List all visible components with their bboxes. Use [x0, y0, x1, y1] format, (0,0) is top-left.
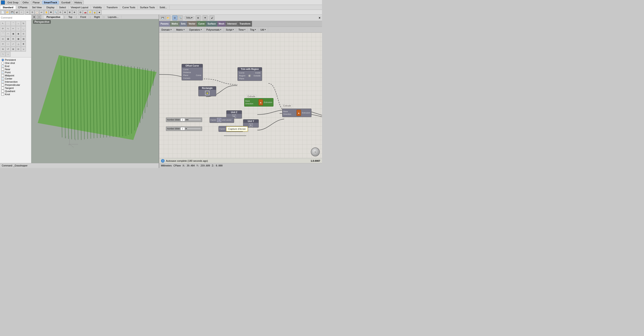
snap-point[interactable]: Point: [1, 71, 30, 74]
gh-paint-btn[interactable]: 🖌: [210, 15, 214, 20]
vp-tab-front[interactable]: Front: [78, 15, 89, 18]
snap-perpendicular[interactable]: Perpendicular: [1, 83, 30, 86]
gh-slider-1[interactable]: Number Slider 2: [166, 117, 202, 122]
tool-mesh3[interactable]: ▩: [16, 36, 21, 41]
tb-pan[interactable]: ✋: [44, 10, 48, 14]
tab-set-view[interactable]: Set View: [30, 5, 44, 9]
gh-eye-btn[interactable]: 👁: [202, 15, 208, 20]
gh-time-tab[interactable]: Time ▾: [236, 27, 248, 32]
gh-transform-tab[interactable]: Transform: [238, 21, 252, 26]
gh-matrix-tab[interactable]: Matrix ▾: [174, 27, 187, 32]
gh-node-trim-region[interactable]: Trim with Region Curve Inside Region ⊕ O…: [238, 67, 262, 81]
gh-maths-tab[interactable]: Maths: [170, 21, 180, 26]
tb-save[interactable]: 💾: [10, 10, 14, 14]
vp-grid-icon[interactable]: ⊞: [32, 15, 36, 19]
gh-node-rectangle[interactable]: Rectangle ◈: [198, 86, 216, 96]
tb-extra1[interactable]: ◈: [97, 10, 102, 14]
tool-point[interactable]: ·: [6, 21, 10, 26]
gh-save-btn[interactable]: 💾: [160, 15, 165, 20]
tb-new[interactable]: 📄: [0, 10, 5, 14]
tool-orbit[interactable]: ⟳: [0, 26, 5, 31]
tab-transform[interactable]: Transform: [104, 5, 120, 9]
vp-single-icon[interactable]: □: [37, 15, 41, 19]
tb-open[interactable]: 📂: [5, 10, 10, 14]
tool-dim[interactable]: ↔: [6, 41, 10, 46]
tab-standard[interactable]: Standard: [0, 5, 16, 9]
tb-zoom-sel[interactable]: ⊕: [63, 10, 67, 14]
ortho-btn[interactable]: Ortho: [21, 1, 30, 4]
tool-select-arrow[interactable]: ↖: [0, 21, 5, 26]
gh-canvas[interactable]: Offset Curve Curve Distance Plane Curve …: [159, 33, 322, 163]
tool-curve2[interactable]: ∿: [6, 26, 10, 31]
snap-center[interactable]: Center: [1, 77, 30, 80]
vp-tab-layouts[interactable]: Layouts...: [105, 15, 122, 18]
tool-mesh4[interactable]: ▧: [21, 36, 26, 41]
tool-move[interactable]: ✤: [21, 41, 26, 46]
viewport-canvas[interactable]: Perspective: [31, 19, 159, 163]
tool-copy-obj[interactable]: ⧉: [0, 47, 5, 52]
tool-crv-edit[interactable]: ⌣: [16, 21, 21, 26]
gh-mesh-tab[interactable]: Mesh: [217, 21, 226, 26]
tb-grid[interactable]: ⊟: [78, 10, 83, 14]
gh-intersect-tab[interactable]: Intersect: [226, 21, 238, 26]
tab-select[interactable]: Select: [57, 5, 69, 9]
tb-zoom-ext[interactable]: ⊙: [58, 10, 62, 14]
tool-scale[interactable]: ⊠: [11, 47, 16, 52]
gh-trig-tab[interactable]: Trig ▾: [248, 27, 258, 32]
tab-viewport-layout[interactable]: Viewport Layout: [68, 5, 91, 9]
command-input[interactable]: [0, 15, 31, 20]
snap-knot[interactable]: Knot: [1, 93, 30, 96]
tab-surface-tools[interactable]: Surface Tools: [138, 5, 157, 9]
tb-lock[interactable]: 🔒: [92, 10, 97, 14]
slider2-track[interactable]: [185, 128, 201, 129]
planar-btn[interactable]: Planar: [31, 1, 41, 4]
slider1-track[interactable]: [185, 119, 201, 120]
gumball-btn[interactable]: Gumball: [60, 1, 72, 4]
snap-persistent[interactable]: Persistent: [1, 58, 30, 61]
gh-surface-tab[interactable]: Surface: [206, 21, 217, 26]
gh-polynomials-tab[interactable]: Polynomials ▾: [204, 27, 224, 32]
tool-bool-diff[interactable]: ∖: [0, 52, 5, 57]
tool-check[interactable]: ✓: [11, 41, 16, 46]
tb-zoom-fly[interactable]: ⊗: [72, 10, 77, 14]
tool-mesh2[interactable]: ⊞: [11, 36, 16, 41]
snap-near[interactable]: Near: [1, 68, 30, 71]
tb-undo[interactable]: ↩: [39, 10, 44, 14]
tab-solid-tools[interactable]: Solid...: [157, 5, 170, 9]
snap-intersection[interactable]: Intersection: [1, 80, 30, 83]
snap-midpoint[interactable]: Midpoint: [1, 74, 30, 77]
tb-cut[interactable]: ✂: [25, 10, 30, 14]
tb-paste[interactable]: 📋: [35, 10, 39, 14]
history-btn[interactable]: History: [73, 1, 84, 4]
gh-open-btn[interactable]: 📂: [166, 15, 170, 20]
gh-zoom-in-btn[interactable]: 🔍: [178, 15, 183, 20]
gh-frame-btn[interactable]: ⊞: [196, 15, 200, 20]
gh-domain-tab[interactable]: Domain ▾: [159, 27, 174, 32]
tb-car[interactable]: 🚗: [83, 10, 88, 14]
tool-solid-pipe[interactable]: ◎: [0, 36, 5, 41]
gh-curve-tab[interactable]: Curve: [197, 21, 206, 26]
tool-sun[interactable]: ☀: [0, 41, 5, 46]
snap-end[interactable]: End: [1, 64, 30, 68]
tool-mesh[interactable]: ▦: [6, 36, 10, 41]
gh-util-tab[interactable]: Util ▾: [258, 27, 268, 32]
tb-import[interactable]: ↑: [19, 10, 24, 14]
tool-solid-cyl[interactable]: ⊙: [21, 31, 26, 36]
tab-display[interactable]: Display: [44, 5, 57, 9]
tool-crv4[interactable]: ∽: [6, 31, 10, 36]
tool-bool-union[interactable]: ∪: [21, 47, 26, 52]
tab-cplanes[interactable]: CPlanes: [16, 5, 30, 9]
vp-tab-perspective[interactable]: Perspective: [44, 15, 63, 18]
gh-node-offset-curve[interactable]: Offset Curve Curve Distance Plane Curve …: [182, 64, 203, 80]
gh-node-unit-vector-1[interactable]: Factor ↑Z Unit vector: [210, 117, 234, 123]
tool-align[interactable]: ⊟: [16, 47, 21, 52]
tool-curve-pt[interactable]: ⌒: [11, 21, 16, 26]
tb-move[interactable]: ✤: [49, 10, 53, 14]
tool-arc[interactable]: ◡: [21, 26, 26, 31]
gh-vector-tab[interactable]: Vector: [187, 21, 197, 26]
tool-solid-box[interactable]: ▣: [11, 31, 16, 36]
gh-node-extrude2[interactable]: Base Direction ▲ Extrusion: [282, 109, 312, 117]
gh-slider-2[interactable]: Number Slider 1: [166, 126, 202, 131]
tool-circle[interactable]: ○: [16, 26, 21, 31]
tool-bool-int[interactable]: ∩: [6, 52, 10, 57]
